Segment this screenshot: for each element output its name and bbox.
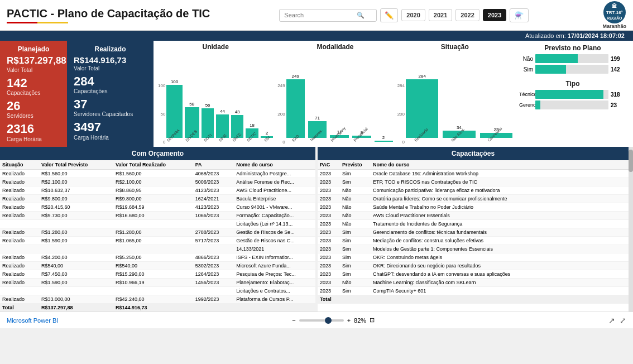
update-bar: Atualizado em: 17/01/2024 18:07:02 (0, 31, 633, 41)
year-2021-button[interactable]: 2021 (429, 9, 452, 21)
table-row: 14.133/2021 (0, 245, 315, 253)
total-row: TotalR$137.297,88R$144.916,73 (0, 304, 315, 312)
orcamento-title: Com Orçamento (0, 147, 315, 160)
col-cap-previsto: Previsto (340, 160, 371, 170)
col-pa: PA (193, 160, 234, 170)
table-row: 2023NãoOratória para líderes: Como se co… (318, 195, 629, 203)
col-cap-nome: Nome do curso (371, 160, 629, 170)
table-row: RealizadoR$1.560,00R$1.560,004068/2023Ad… (0, 170, 315, 178)
tipo-tecnico-row: Técnico 318 (519, 90, 626, 99)
table-row: 2023SimETP, TCO e RISCOS nas Contrataçõe… (318, 178, 629, 186)
chart-situacao: Situação 284 200 0 284 Realizado 34 (397, 43, 512, 145)
bar-cancelado: 23 Cancelado (480, 127, 512, 143)
col-pac: PAC (318, 160, 340, 170)
bar-divinra: 100 DIVINRA (166, 79, 182, 143)
table-row: 2023SimChatGPT: desvendando a IA em conv… (318, 270, 629, 279)
bar-srec: 43 SREC (231, 109, 244, 143)
table-row: 2023SimCompTIA Security+ 601 (318, 287, 629, 295)
zoom-control: − + 82% ⊡ (292, 317, 375, 324)
filter-button[interactable]: ⚗️ (510, 8, 529, 22)
orcamento-table-scroll[interactable]: Situação Valor Total Previsto Valor Tota… (0, 160, 315, 312)
header-controls: 🔍 ✏️ 2020 2021 2022 2023 ⚗️ (279, 8, 529, 22)
tipo-gerencial-row: Gerencial 23 (519, 100, 626, 109)
table-row: 2023NãoMachine Learning: classificação c… (318, 279, 629, 287)
bar-telepresencial: 71 Telepres. (308, 116, 327, 143)
footer-action-icons: ↗ ⤢ (608, 316, 626, 325)
table-row: 2023SimOKR: Construindo metas ágeis (318, 253, 629, 262)
table-row: RealizadoR$9.730,00R$16.680,001066/2023F… (0, 212, 315, 220)
search-box[interactable]: 🔍 (279, 9, 377, 22)
bar-other: 2 (375, 135, 393, 143)
table-row: 2023SimGerenciamento de conflitos: técni… (318, 228, 629, 237)
zoom-slider[interactable] (299, 319, 344, 322)
app-title: PACTIC - Plano de Capacitação de TIC (7, 7, 210, 23)
bar-ead: 249 EAD (286, 74, 305, 143)
col-realizado: Valor Total Realizado (113, 160, 193, 170)
bar-realizado: 284 Realizado (406, 74, 438, 143)
table-row: RealizadoR$2.100,00R$2.100,005006/2023An… (0, 178, 315, 186)
zoom-value: 82% (354, 317, 366, 324)
edit-button[interactable]: ✏️ (380, 8, 398, 22)
table-row: 2023SimMediação de conflitos: construa s… (318, 237, 629, 245)
table-row: 2023NãoComunicação participativa: lidera… (318, 186, 629, 195)
cap-total-row: Total (318, 295, 629, 304)
charts-area: Unidade 100 50 0 100 DIVINRA 58 (154, 41, 633, 147)
previsto-nao-row: Não 199 (519, 54, 626, 63)
bar-nao-realizado: 34 Não Real. (443, 125, 475, 143)
fullscreen-icon[interactable]: ⊡ (370, 317, 375, 324)
bar-spie: 44 SPIE (216, 109, 229, 143)
year-2023-button[interactable]: 2023 (483, 9, 506, 21)
table-row: 2023SimModelos de Gestão parte 1: Compon… (318, 245, 629, 253)
zoom-thumb (325, 317, 332, 324)
bar-setic: 18 SETIC (246, 123, 258, 143)
year-2020-button[interactable]: 2020 (401, 9, 425, 21)
capacitacoes-scrollbar[interactable] (629, 147, 633, 312)
table-row: RealizadoR$20.415,60R$19.684,594123/2023… (0, 203, 315, 212)
bottom-section: Com Orçamento Situação Valor Total Previ… (0, 147, 633, 312)
table-row: 2023NãoTratamento de Incidentes de Segur… (318, 220, 629, 228)
search-input[interactable] (284, 12, 357, 18)
table-row: RealizadoR$4.200,00R$5.250,004866/2023IS… (0, 253, 315, 262)
table-row: RealizadoR$10.632,37R$8.860,954123/2023A… (0, 186, 315, 195)
col-situacao: Situação (0, 160, 39, 170)
bar-sgti: 56 SGTI (202, 103, 214, 143)
expand-icon[interactable]: ⤢ (620, 316, 626, 325)
table-row: RealizadoR$33.000,00R$42.240,001992/2023… (0, 295, 315, 304)
kpi-planned: Planejado R$137.297,88 Valor Total 142 C… (0, 41, 67, 147)
bar-ssi: 2 SSI (261, 131, 274, 143)
share-icon[interactable]: ↗ (608, 316, 615, 325)
chart-unidade: Unidade 100 50 0 100 DIVINRA 58 (158, 43, 273, 145)
table-row: Licitações (Lei nº 14.13... (0, 220, 315, 228)
power-bi-link[interactable]: Microsoft Power BI (7, 317, 58, 324)
table-row: RealizadoR$9.800,00R$9.800,001624/2021Ba… (0, 195, 315, 203)
logo-area: 🏛 TRT-16ª REGIÃO Maranhão (602, 1, 626, 29)
header: PACTIC - Plano de Capacitação de TIC 🔍 ✏… (0, 0, 633, 31)
table-row: 2023SimOKR: Direcionando seu negócio par… (318, 262, 629, 270)
logo-subtitle: Maranhão (602, 23, 626, 29)
capacitacoes-section: Capacitações PAC Previsto Nome do curso … (318, 147, 633, 312)
footer: Microsoft Power BI − + 82% ⊡ ↗ ⤢ (0, 312, 633, 328)
table-row: 2023SimOracle Database 19c: Administrati… (318, 170, 629, 178)
previsto-sim-row: Sim 142 (519, 65, 626, 74)
orcamento-table: Situação Valor Total Previsto Valor Tota… (0, 160, 315, 312)
year-2022-button[interactable]: 2022 (455, 9, 479, 21)
table-row: 2023NãoAWS Cloud Practitioner Essentials (318, 212, 629, 220)
zoom-plus[interactable]: + (347, 317, 351, 324)
table-row: 2023NãoSaúde Mental e Trabalho no Poder … (318, 203, 629, 212)
chart-modalidade: Modalidade 249 200 0 249 EAD 71 (277, 43, 392, 145)
capacitacoes-table-scroll[interactable]: PAC Previsto Nome do curso 2023SimOracle… (318, 160, 629, 312)
table-row: Licitações e Contratos... (0, 287, 315, 295)
capacitacoes-title: Capacitações (318, 147, 629, 160)
orcamento-section: Com Orçamento Situação Valor Total Previ… (0, 147, 315, 312)
table-row: RealizadoR$1.590,00R$10.966,191456/2023P… (0, 279, 315, 287)
bar-divdes: 58 DIVDES (185, 102, 199, 143)
col-nome: Nome do curso (234, 160, 315, 170)
zoom-minus[interactable]: − (292, 317, 295, 324)
table-row: RealizadoR$1.590,00R$1.065,005717/2023Ge… (0, 237, 315, 245)
capacitacoes-table: PAC Previsto Nome do curso 2023SimOracle… (318, 160, 629, 304)
bar-incompany: 11 Incompany (330, 130, 349, 143)
table-row: RealizadoR$1.280,00R$1.280,002788/2023Ge… (0, 228, 315, 237)
table-row: RealizadoR$7.450,00R$15.290,001264/2023P… (0, 270, 315, 279)
kpi-charts-section: Planejado R$137.297,88 Valor Total 142 C… (0, 41, 633, 147)
search-icon: 🔍 (357, 12, 365, 19)
